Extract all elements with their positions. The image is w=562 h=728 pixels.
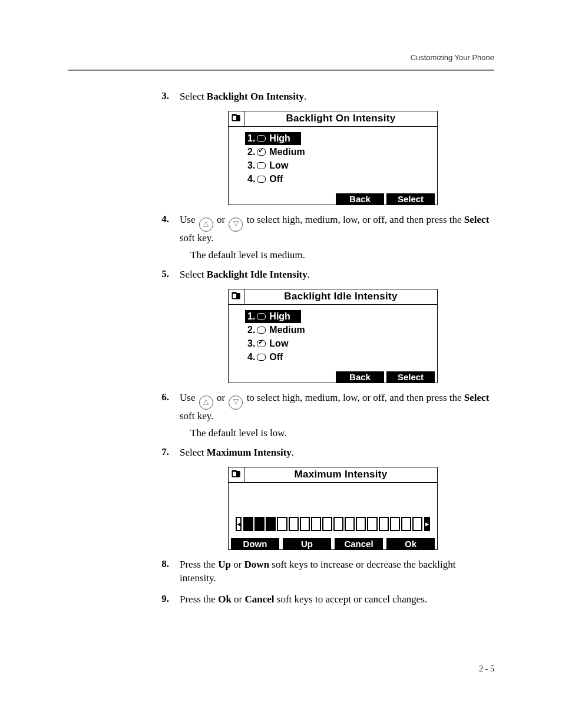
item-label: High <box>269 311 290 322</box>
softkey-cancel[interactable]: Cancel <box>335 538 383 550</box>
down-arrow-icon: ▽ <box>229 218 243 232</box>
menu-item-off[interactable]: 4. Off <box>245 351 285 364</box>
item-number: 4. <box>247 174 255 185</box>
menu-item-high[interactable]: 1. High <box>245 310 301 323</box>
slider-segment <box>254 517 265 531</box>
text: . <box>308 269 310 280</box>
slider-segment <box>289 517 299 531</box>
step-5: 5. Select Backlight Idle Intensity. <box>68 268 494 282</box>
step-6-note: The default level is low. <box>190 427 494 440</box>
screen-title: Backlight On Intensity <box>244 111 437 126</box>
phone-screen-on-intensity: Backlight On Intensity 1. High 2. Medium… <box>228 111 438 205</box>
step-9: 9. Press the Ok or Cancel soft keys to a… <box>68 593 494 607</box>
softkey-select[interactable]: Select <box>386 371 435 383</box>
slider-segment <box>333 517 343 531</box>
item-number: 3. <box>247 160 255 171</box>
step-number: 3. <box>68 90 180 104</box>
phone-screen-idle-intensity: Backlight Idle Intensity 1. High 2. Medi… <box>228 289 438 383</box>
text: Press the <box>180 594 218 605</box>
slider-segment <box>277 517 287 531</box>
phone-screen-max-intensity: Maximum Intensity ◂ ▸ Down Up Cancel Ok <box>228 467 438 550</box>
step-number: 7. <box>68 446 180 460</box>
item-label: Off <box>269 174 283 185</box>
screen-title: Backlight Idle Intensity <box>244 289 437 304</box>
bold-term: Ok <box>218 594 232 605</box>
radio-icon <box>257 162 266 169</box>
slider-segment <box>311 517 321 531</box>
slider-segment <box>401 517 411 531</box>
softkey-down[interactable]: Down <box>231 538 279 550</box>
step-6: 6. Use △ or ▽ to select high, medium, lo… <box>68 391 494 423</box>
slider-track <box>243 517 422 531</box>
softkey-back[interactable]: Back <box>336 193 384 205</box>
step-number: 6. <box>68 391 180 423</box>
up-arrow-icon: △ <box>199 218 213 232</box>
radio-icon <box>257 354 266 361</box>
slider-segment <box>322 517 332 531</box>
softkey-ok[interactable]: Ok <box>386 538 435 550</box>
slider-segment <box>345 517 355 531</box>
slider-segment <box>379 517 389 531</box>
slider-segment <box>367 517 377 531</box>
step-body: Select Maximum Intensity. <box>180 446 494 460</box>
step-number: 5. <box>68 268 180 282</box>
down-arrow-icon: ▽ <box>229 396 243 410</box>
radio-checked-icon <box>257 149 266 156</box>
radio-icon <box>257 327 266 334</box>
item-label: Off <box>269 352 283 363</box>
item-number: 1. <box>247 311 255 322</box>
radio-icon <box>257 313 266 320</box>
bold-term: Cancel <box>245 594 275 605</box>
item-label: Low <box>269 338 288 349</box>
text: or <box>232 594 245 605</box>
slider-segment <box>356 517 366 531</box>
item-label: Medium <box>269 147 305 157</box>
text: Select <box>180 269 207 280</box>
text: Press the <box>180 559 218 570</box>
step-body: Press the Up or Down soft keys to increa… <box>180 558 494 585</box>
bold-term: Down <box>244 559 270 570</box>
decrement-icon[interactable]: ◂ <box>236 517 242 531</box>
step-number: 8. <box>68 558 180 585</box>
text: Use <box>180 392 198 403</box>
page-number: 2 - 5 <box>479 664 494 674</box>
menu-item-low[interactable]: 3. Low <box>245 159 290 172</box>
item-number: 2. <box>247 325 255 335</box>
step-number: 9. <box>68 593 180 607</box>
item-number: 4. <box>247 352 255 363</box>
step-4: 4. Use △ or ▽ to select high, medium, lo… <box>68 213 494 245</box>
bold-term: Select <box>464 392 489 403</box>
step-number: 4. <box>68 213 180 245</box>
menu-item-low[interactable]: 3. Low <box>245 337 290 350</box>
menu-item-high[interactable]: 1. High <box>245 132 301 145</box>
slider-segment <box>300 517 310 531</box>
menu-item-medium[interactable]: 2. Medium <box>245 324 308 337</box>
slider-segment <box>243 517 253 531</box>
item-label: High <box>269 133 290 144</box>
softkey-back[interactable]: Back <box>336 371 384 383</box>
menu-item-medium[interactable]: 2. Medium <box>245 146 308 159</box>
increment-icon[interactable]: ▸ <box>424 517 430 531</box>
menu-item-off[interactable]: 4. Off <box>245 173 285 186</box>
running-head: Customizing Your Phone <box>411 53 494 62</box>
text: . <box>292 447 294 458</box>
text: to select high, medium, low, or off, and… <box>244 392 464 403</box>
intensity-slider[interactable]: ◂ ▸ <box>236 517 430 531</box>
softkey-select[interactable]: Select <box>386 193 435 205</box>
phone-icon <box>229 289 244 304</box>
screen-title: Maximum Intensity <box>244 467 437 482</box>
text: to select high, medium, low, or off, and… <box>244 214 464 225</box>
step-body: Select Backlight Idle Intensity. <box>180 268 494 282</box>
step-body: Use △ or ▽ to select high, medium, low, … <box>180 213 494 245</box>
item-label: Medium <box>269 325 305 335</box>
header-rule <box>68 70 494 71</box>
bold-term: Select <box>464 214 489 225</box>
text: soft keys to accept or cancel changes. <box>275 594 428 605</box>
phone-icon <box>229 467 244 482</box>
step-3: 3. Select Backlight On Intensity. <box>68 90 494 104</box>
text: or <box>214 214 228 225</box>
item-number: 3. <box>247 338 255 349</box>
text: soft key. <box>180 410 213 421</box>
softkey-up[interactable]: Up <box>283 538 331 550</box>
item-number: 1. <box>247 133 255 144</box>
